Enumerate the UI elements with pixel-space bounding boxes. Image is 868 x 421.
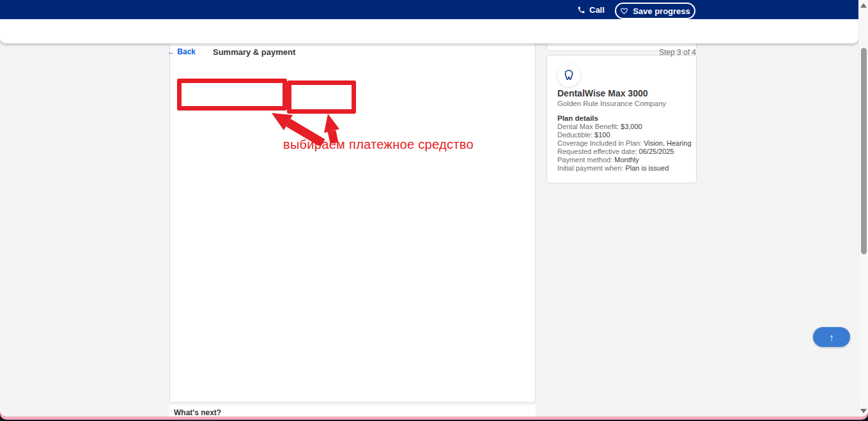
back-link[interactable]: ← Back [167, 47, 196, 56]
scrollbar-down-arrow[interactable] [860, 409, 867, 413]
plan-detail-payment-method: Payment method: Monthly [557, 156, 639, 164]
top-app-bar: Call Save progress [0, 0, 858, 19]
phone-icon [577, 6, 585, 14]
screenshot-stage: Call Save progress ← Back Summary & paym… [0, 0, 868, 421]
plan-name: DentalWise Max 3000 [557, 88, 648, 98]
up-arrow-icon: ↑ [829, 332, 834, 342]
plan-detail-benefit: Dental Max Benefit: $3,000 [557, 123, 642, 130]
heart-icon [620, 7, 628, 15]
call-label: Call [589, 5, 605, 15]
page-title: Summary & payment [213, 47, 295, 57]
plan-detail-coverage: Coverage Included in Plan: Vision, Heari… [557, 139, 692, 147]
plan-detail-initial-payment: Initial payment when: Plan is issued [557, 164, 669, 172]
scrollbar-thumb[interactable] [861, 48, 867, 254]
back-label: Back [177, 47, 196, 56]
back-arrow-icon: ← [167, 47, 175, 56]
step-indicator: Step 3 of 4 [659, 48, 696, 57]
page-header: ← Back Summary & payment Step 3 of 4 [0, 19, 858, 43]
browser-window: Call Save progress ← Back Summary & paym… [0, 0, 868, 417]
scroll-to-top-button[interactable]: ↑ [813, 327, 850, 347]
scrollbar-up-arrow[interactable] [860, 3, 867, 8]
call-button[interactable]: Call [577, 3, 605, 17]
whats-next-heading: What's next? [174, 408, 221, 417]
plan-company: Golden Rule Insurance Company [557, 100, 666, 107]
whats-next-section [169, 405, 536, 417]
save-progress-button[interactable]: Save progress [615, 3, 695, 19]
tooth-icon [557, 64, 580, 87]
plan-details-heading: Plan details [557, 114, 598, 122]
vertical-scrollbar[interactable] [858, 0, 868, 417]
plan-detail-effective-date: Requested effective date: 06/25/2025 [557, 148, 674, 155]
annotation-text-russian: выбираем платежное средство [283, 137, 474, 152]
save-progress-label: Save progress [633, 6, 690, 16]
plan-detail-deductible: Deductible: $100 [557, 131, 610, 139]
